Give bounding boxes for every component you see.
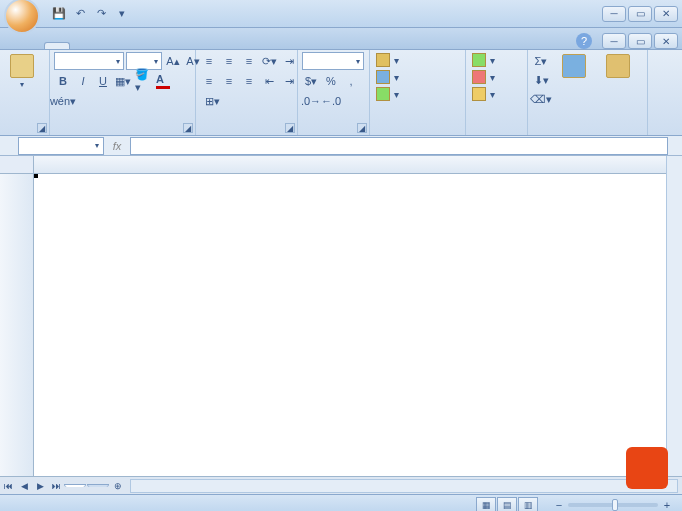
cell-styles-icon [376,87,390,101]
align-launcher-icon[interactable]: ◢ [285,123,295,133]
fill-icon[interactable]: ⬇▾ [532,71,550,89]
title-bar: 💾 ↶ ↷ ▾ ─ ▭ ✕ [0,0,682,28]
italic-button[interactable]: I [74,72,92,90]
table-format-icon [376,70,390,84]
fx-button[interactable]: fx [108,137,126,155]
undo-icon[interactable]: ↶ [71,5,89,23]
sheet-nav-prev-icon[interactable]: ◀ [16,478,32,494]
grow-font-icon[interactable]: A▴ [164,52,182,70]
tab-review[interactable] [166,43,190,49]
doc-minimize-button[interactable]: ─ [602,33,626,49]
clear-icon[interactable]: ⌫▾ [532,90,550,108]
sort-filter-icon [562,54,586,78]
sheet-tab-1[interactable] [64,484,86,487]
doc-close-button[interactable]: ✕ [654,33,678,49]
align-center-icon[interactable]: ≡ [220,72,238,90]
group-editing: Σ▾ ⬇▾ ⌫▾ [528,50,648,135]
font-name-combo[interactable]: ▾ [54,52,124,70]
align-right-icon[interactable]: ≡ [240,72,258,90]
find-icon [606,54,630,78]
new-sheet-icon[interactable]: ⊕ [110,478,126,494]
wrap-text-icon[interactable]: ⇥ [280,52,298,70]
sort-filter-button[interactable] [554,52,594,108]
paste-icon [10,54,34,78]
sheet-nav-last-icon[interactable]: ⏭ [48,478,64,494]
row-headers [0,174,34,476]
autosum-icon[interactable]: Σ▾ [532,52,550,70]
tab-home[interactable] [44,42,70,49]
merge-center-button[interactable]: ⊞▾ [200,92,225,110]
align-bottom-icon[interactable]: ≡ [240,52,258,70]
zoom-in-icon[interactable]: + [658,496,676,512]
clipboard-launcher-icon[interactable]: ◢ [37,123,47,133]
tab-layout[interactable] [94,43,118,49]
minimize-button[interactable]: ─ [602,6,626,22]
selection-cursor [34,174,38,178]
group-font: ▾ ▾ A▴ A▾ B I U ▦▾ 🪣▾ A wén▾ ◢ [50,50,196,135]
group-cells: ▾ ▾ ▾ [466,50,528,135]
format-icon [472,87,486,101]
tab-view[interactable] [190,43,214,49]
font-launcher-icon[interactable]: ◢ [183,123,193,133]
delete-cells-button[interactable]: ▾ [470,69,497,85]
select-all-button[interactable] [0,156,34,174]
number-launcher-icon[interactable]: ◢ [357,123,367,133]
sheet-tab-2[interactable] [87,484,109,487]
office-button[interactable] [4,0,40,34]
tab-formulas[interactable] [118,43,142,49]
cells-area[interactable] [34,174,682,476]
page-break-view-icon[interactable]: ▥ [518,497,538,512]
border-button[interactable]: ▦▾ [114,72,132,90]
insert-cells-button[interactable]: ▾ [470,52,497,68]
zoom-out-icon[interactable]: − [550,496,568,512]
paste-button[interactable]: ▾ [4,52,40,89]
sheet-nav-next-icon[interactable]: ▶ [32,478,48,494]
vertical-scrollbar[interactable] [666,156,682,476]
maximize-button[interactable]: ▭ [628,6,652,22]
decrease-indent-icon[interactable]: ⇤ [260,72,278,90]
increase-decimal-icon[interactable]: .0→ [302,92,320,110]
bold-button[interactable]: B [54,72,72,90]
conditional-format-button[interactable]: ▾ [374,52,401,68]
align-top-icon[interactable]: ≡ [200,52,218,70]
horizontal-scrollbar[interactable] [130,479,678,493]
delete-icon [472,70,486,84]
zoom-slider[interactable] [568,503,658,507]
font-color-button[interactable]: A [154,72,172,90]
normal-view-icon[interactable]: ▦ [476,497,496,512]
cell-styles-button[interactable]: ▾ [374,86,401,102]
sheet-nav-first-icon[interactable]: ⏮ [0,478,16,494]
orientation-icon[interactable]: ⟳▾ [260,52,278,70]
page-layout-view-icon[interactable]: ▤ [497,497,517,512]
underline-button[interactable]: U [94,72,112,90]
phonetic-button[interactable]: wén▾ [54,92,72,110]
increase-indent-icon[interactable]: ⇥ [280,72,298,90]
currency-icon[interactable]: $▾ [302,72,320,90]
insert-icon [472,53,486,67]
tab-insert[interactable] [70,43,94,49]
formula-input[interactable] [130,137,668,155]
redo-icon[interactable]: ↷ [92,5,110,23]
tab-developer[interactable] [214,43,238,49]
fill-color-button[interactable]: 🪣▾ [134,72,152,90]
align-middle-icon[interactable]: ≡ [220,52,238,70]
find-select-button[interactable] [598,52,638,108]
number-format-combo[interactable]: ▾ [302,52,364,70]
decrease-decimal-icon[interactable]: ←.0 [322,92,340,110]
zoom-thumb[interactable] [612,499,618,511]
close-button[interactable]: ✕ [654,6,678,22]
percent-icon[interactable]: % [322,72,340,90]
tab-data[interactable] [142,43,166,49]
name-box[interactable]: ▾ [18,137,104,155]
format-cells-button[interactable]: ▾ [470,86,497,102]
ribbon-tabs: ? ─ ▭ ✕ [0,28,682,50]
table-format-button[interactable]: ▾ [374,69,401,85]
ribbon: ▾ ◢ ▾ ▾ A▴ A▾ B I U ▦▾ 🪣▾ A [0,50,682,136]
save-icon[interactable]: 💾 [50,5,68,23]
qat-dropdown-icon[interactable]: ▾ [113,5,131,23]
help-icon[interactable]: ? [576,33,592,49]
comma-icon[interactable]: , [342,72,360,90]
spreadsheet-grid [0,156,682,476]
align-left-icon[interactable]: ≡ [200,72,218,90]
doc-restore-button[interactable]: ▭ [628,33,652,49]
